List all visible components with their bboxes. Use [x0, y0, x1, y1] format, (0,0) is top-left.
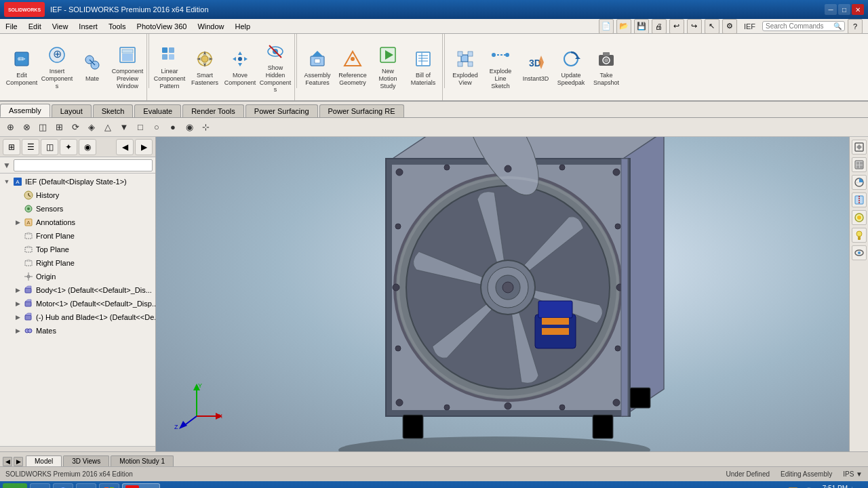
tree-item-root[interactable]: ▼ A IEF (Default<Display State-1>) — [0, 175, 155, 188]
tab-render-tools[interactable]: Render Tools — [182, 104, 244, 117]
assembly-features-button[interactable]: AssemblyFeatures — [300, 37, 335, 97]
minimize-button[interactable]: ─ — [825, 4, 837, 15]
tab-motion-study-1[interactable]: Motion Study 1 — [111, 455, 174, 466]
tab-nav-next[interactable]: ▶ — [14, 457, 23, 466]
tree-item-right-plane[interactable]: ▶ Right Plane — [0, 256, 155, 270]
help-button[interactable]: ? — [848, 19, 863, 34]
sec-btn-8[interactable]: ▼ — [117, 120, 132, 135]
exploded-view-button[interactable]: ExplodedView — [448, 37, 483, 97]
panel-filter-input[interactable] — [14, 159, 153, 171]
tree-item-mates[interactable]: ▶ Mates — [0, 324, 155, 338]
new-file-button[interactable]: 📄 — [599, 19, 614, 34]
panel-view-btn-4[interactable]: ✦ — [60, 139, 77, 155]
menu-edit[interactable]: Edit — [23, 19, 47, 33]
options-button[interactable]: ⚙ — [722, 19, 737, 34]
menu-help[interactable]: Help — [230, 19, 256, 33]
start-button[interactable]: ⊞ — [3, 483, 27, 488]
tab-layout[interactable]: Layout — [52, 104, 92, 117]
component-preview-button[interactable]: ComponentPreviewWindow — [110, 37, 145, 97]
panel-view-btn-3[interactable]: ◫ — [41, 139, 58, 155]
panel-nav-next[interactable]: ▶ — [135, 139, 153, 155]
render-button[interactable] — [852, 210, 867, 225]
linear-pattern-button[interactable]: LinearComponentPattern — [152, 37, 187, 97]
tab-3d-views[interactable]: 3D Views — [63, 455, 109, 466]
ie-button[interactable]: e — [30, 483, 50, 488]
tab-nav-prev[interactable]: ◀ — [3, 457, 12, 466]
menu-view[interactable]: View — [47, 19, 74, 33]
view-orient-button[interactable] — [852, 140, 867, 155]
tab-power-surfacing[interactable]: Power Surfacing — [245, 104, 318, 117]
save-button[interactable]: 💾 — [634, 19, 649, 34]
expand-body1[interactable]: ▶ — [14, 285, 22, 296]
menu-tools[interactable]: Tools — [103, 19, 132, 33]
tab-power-surfacing-re[interactable]: Power Surfacing RE — [319, 104, 404, 117]
edit-component-button[interactable]: ✏ EditComponent — [4, 37, 39, 97]
new-motion-study-button[interactable]: NewMotionStudy — [370, 37, 406, 97]
h-scrollbar[interactable] — [0, 447, 155, 452]
move-component-button[interactable]: MoveComponent — [222, 37, 258, 97]
panel-view-btn-2[interactable]: ☰ — [22, 139, 39, 155]
3d-view-area[interactable]: Y X Z — [156, 137, 868, 451]
solidworks-button[interactable]: SW 2016 — [122, 483, 160, 488]
instant3d-button[interactable]: 3D Instant3D — [518, 37, 553, 97]
show-hidden-button[interactable]: ShowHiddenComponents — [258, 37, 293, 97]
explode-line-button[interactable]: ExplodeLineSketch — [483, 37, 518, 97]
view-selector-button[interactable] — [852, 157, 867, 172]
scene-illumination-button[interactable] — [852, 228, 867, 243]
search-input[interactable] — [766, 22, 833, 30]
menu-window[interactable]: Window — [192, 19, 229, 33]
search-box[interactable]: 🔍 — [762, 21, 845, 31]
menu-photoview[interactable]: PhotoView 360 — [132, 19, 193, 33]
expand-mates[interactable]: ▶ — [14, 325, 22, 336]
sec-btn-5[interactable]: ⟳ — [68, 120, 83, 135]
tree-item-front-plane[interactable]: ▶ Front Plane — [0, 229, 155, 243]
appearance-button[interactable] — [852, 175, 867, 190]
tree-item-hub-blade[interactable]: ▶ (-) Hub and Blade<1> (Default<<De... — [0, 310, 155, 324]
sec-btn-6[interactable]: ◈ — [84, 120, 99, 135]
tree-item-origin[interactable]: ▶ Origin — [0, 270, 155, 283]
panel-view-btn-5[interactable]: ◉ — [79, 139, 96, 155]
undo-button[interactable]: ↩ — [669, 19, 684, 34]
tree-item-top-plane[interactable]: ▶ Top Plane — [0, 243, 155, 256]
chrome-button[interactable] — [53, 483, 73, 488]
tree-item-annotations[interactable]: ▶ A Annotations — [0, 216, 155, 229]
sec-btn-12[interactable]: ◉ — [182, 120, 197, 135]
3d-canvas[interactable]: Y X Z — [156, 137, 849, 451]
tab-sketch[interactable]: Sketch — [93, 104, 134, 117]
expand-motor1[interactable]: ▶ — [14, 298, 22, 309]
maximize-button[interactable]: □ — [838, 4, 850, 15]
tree-item-sensors[interactable]: ▶ Sensors — [0, 202, 155, 216]
store-button[interactable] — [99, 483, 119, 488]
menu-file[interactable]: File — [0, 19, 23, 33]
expand-root[interactable]: ▼ — [3, 176, 11, 187]
select-button[interactable]: ↖ — [705, 19, 719, 34]
menu-insert[interactable]: Insert — [73, 19, 103, 33]
sec-btn-10[interactable]: ○ — [149, 120, 164, 135]
window-controls[interactable]: ─ □ ✕ — [825, 4, 864, 15]
panel-nav-prev[interactable]: ◀ — [116, 139, 134, 155]
expand-hub-blade[interactable]: ▶ — [14, 312, 22, 323]
sec-btn-11[interactable]: ● — [165, 120, 180, 135]
file-explorer-button[interactable] — [76, 483, 96, 488]
bill-of-materials-button[interactable]: Bill ofMaterials — [406, 37, 441, 97]
sec-btn-9[interactable]: □ — [133, 120, 148, 135]
print-button[interactable]: 🖨 — [652, 19, 667, 34]
mate-button[interactable]: Mate — [75, 37, 110, 97]
expand-annotations[interactable]: ▶ — [14, 217, 22, 228]
close-button[interactable]: ✕ — [852, 4, 864, 15]
redo-button[interactable]: ↪ — [687, 19, 702, 34]
section-view-button[interactable] — [852, 192, 867, 207]
tab-evaluate[interactable]: Evaluate — [134, 104, 181, 117]
panel-view-btn-1[interactable]: ⊞ — [3, 139, 20, 155]
update-speedpak-button[interactable]: UpdateSpeedpak — [553, 37, 589, 97]
tree-item-history[interactable]: ▶ History — [0, 188, 155, 202]
tab-assembly[interactable]: Assembly — [0, 104, 50, 117]
tree-item-motor1[interactable]: ▶ Motor<1> (Default<<Default>_Disp... — [0, 297, 155, 310]
sec-btn-4[interactable]: ⊞ — [52, 120, 66, 135]
hide-show-button[interactable] — [852, 245, 867, 260]
tree-item-body1[interactable]: ▶ Body<1> (Default<<Default>_Dis... — [0, 283, 155, 297]
reference-geometry-button[interactable]: ReferenceGeometry — [335, 37, 370, 97]
tab-model[interactable]: Model — [26, 455, 62, 466]
sec-btn-3[interactable]: ◫ — [35, 120, 50, 135]
sec-btn-1[interactable]: ⊕ — [3, 120, 18, 135]
